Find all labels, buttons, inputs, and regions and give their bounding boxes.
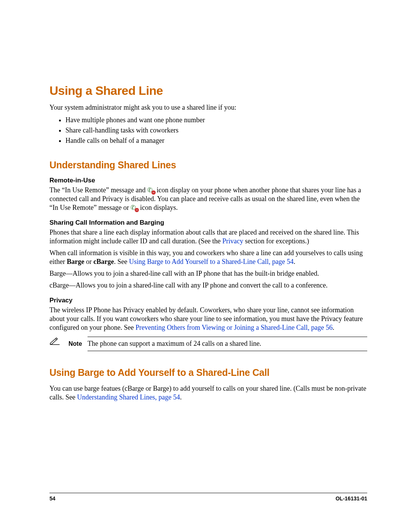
in-use-remote-icon: ✆– bbox=[147, 186, 155, 194]
barge-paragraph: You can use barge featues (cBarge or Bar… bbox=[49, 384, 367, 402]
heading-using-barge: Using Barge to Add Yourself to a Shared-… bbox=[49, 367, 367, 378]
text-run: Phones that share a line each display in… bbox=[49, 228, 359, 245]
heading-using-shared-line: Using a Shared Line bbox=[49, 84, 367, 98]
text-run: . bbox=[294, 258, 296, 265]
document-number: OL-16131-01 bbox=[336, 495, 367, 502]
subheading-remote-in-use: Remote-in-Use bbox=[49, 177, 367, 184]
subheading-privacy: Privacy bbox=[49, 297, 367, 304]
bullet-item: Handle calls on behalf of a manager bbox=[65, 136, 367, 146]
note-label: Note bbox=[68, 340, 88, 347]
subheading-sharing-call-info: Sharing Call Information and Barging bbox=[49, 219, 367, 227]
note-text: The phone can support a maximum of 24 ca… bbox=[88, 337, 367, 351]
bullet-item: Share call-handling tasks with coworkers bbox=[65, 125, 367, 136]
intro-bullets: Have multiple phones and want one phone … bbox=[49, 115, 367, 146]
link-preventing-others[interactable]: Preventing Others from Viewing or Joinin… bbox=[135, 324, 333, 331]
page-footer: 54 OL-16131-01 bbox=[49, 493, 367, 502]
remote-paragraph: The “In Use Remote” message and ✆– icon … bbox=[49, 186, 367, 212]
page-number: 54 bbox=[49, 495, 56, 502]
text-run: icon displays. bbox=[140, 204, 178, 211]
intro-text: Your system administrator might ask you … bbox=[49, 103, 367, 112]
term-cbarge: cBarge bbox=[93, 258, 114, 265]
text-run: . See bbox=[114, 258, 129, 265]
privacy-paragraph: The wireless IP Phone has Privacy enable… bbox=[49, 306, 367, 332]
sharing-paragraph-4: cBarge—Allows you to join a shared-line … bbox=[49, 281, 367, 290]
link-privacy-section[interactable]: Privacy bbox=[222, 237, 243, 245]
sharing-paragraph-3: Barge—Allows you to join a shared-line c… bbox=[49, 269, 367, 278]
link-understanding-shared-lines[interactable]: Understanding Shared Lines, page 54 bbox=[77, 393, 180, 401]
text-run: or bbox=[84, 258, 93, 265]
bullet-item: Have multiple phones and want one phone … bbox=[65, 115, 367, 125]
text-run: section for exceptions.) bbox=[243, 237, 309, 245]
in-use-remote-icon: ✆– bbox=[131, 204, 138, 211]
text-run: The “In Use Remote” message and bbox=[49, 186, 147, 194]
heading-understanding-shared-lines: Understanding Shared Lines bbox=[49, 160, 367, 171]
sharing-paragraph-2: When call information is visible in this… bbox=[49, 249, 367, 266]
text-run: . bbox=[180, 393, 182, 401]
link-using-barge[interactable]: Using Barge to Add Yourself to a Shared-… bbox=[129, 258, 294, 265]
term-barge: Barge bbox=[67, 258, 84, 265]
sharing-paragraph-1: Phones that share a line each display in… bbox=[49, 228, 367, 246]
note-pen-icon bbox=[49, 337, 60, 345]
note-block: Note The phone can support a maximum of … bbox=[49, 337, 367, 351]
text-run: . bbox=[333, 324, 335, 331]
